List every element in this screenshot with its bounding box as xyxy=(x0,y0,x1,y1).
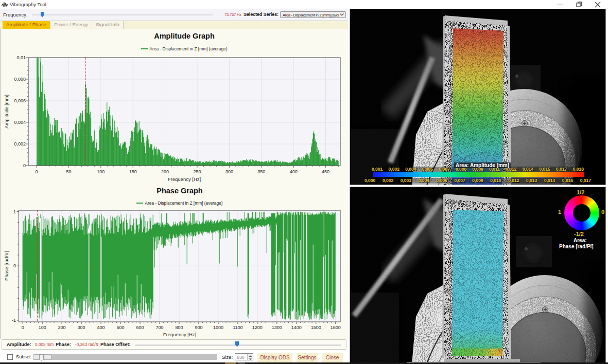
svg-text:250: 250 xyxy=(193,169,201,174)
svg-text:1: 1 xyxy=(13,209,16,214)
svg-text:700: 700 xyxy=(155,325,163,330)
svg-text:100: 100 xyxy=(97,169,105,174)
svg-text:0,002: 0,002 xyxy=(14,141,26,147)
svg-text:400: 400 xyxy=(290,169,298,174)
svg-text:1400: 1400 xyxy=(291,325,302,330)
svg-text:200: 200 xyxy=(161,169,169,174)
svg-text:300: 300 xyxy=(78,325,85,330)
svg-text:Frequency [Hz]: Frequency [Hz] xyxy=(168,176,201,182)
svg-text:0: 0 xyxy=(35,169,38,174)
svg-text:300: 300 xyxy=(225,169,233,174)
svg-text:350: 350 xyxy=(257,169,265,174)
svg-text:0,004: 0,004 xyxy=(14,120,26,125)
svg-text:1100: 1100 xyxy=(233,325,242,330)
svg-text:Frequency [Hz]: Frequency [Hz] xyxy=(163,332,196,337)
svg-text:0: 0 xyxy=(13,263,16,268)
svg-text:1000: 1000 xyxy=(213,325,223,330)
svg-text:50: 50 xyxy=(66,169,71,174)
svg-text:1200: 1200 xyxy=(252,325,263,330)
svg-text:0,008: 0,008 xyxy=(14,77,26,82)
svg-text:0: 0 xyxy=(22,325,24,330)
svg-text:100: 100 xyxy=(39,325,46,330)
svg-text:Phase [rad/π]: Phase [rad/π] xyxy=(4,251,9,281)
svg-text:0: 0 xyxy=(23,163,26,168)
svg-text:1300: 1300 xyxy=(272,325,282,330)
svg-text:Amplitude [mm]: Amplitude [mm] xyxy=(4,95,9,129)
svg-text:0,01: 0,01 xyxy=(16,55,26,60)
svg-text:1600: 1600 xyxy=(331,325,341,330)
svg-text:0,006: 0,006 xyxy=(14,98,26,103)
svg-text:800: 800 xyxy=(175,325,183,330)
svg-text:450: 450 xyxy=(322,169,329,174)
svg-text:-1: -1 xyxy=(12,318,16,323)
svg-text:600: 600 xyxy=(136,325,144,330)
svg-text:500: 500 xyxy=(116,325,124,330)
svg-text:200: 200 xyxy=(58,325,66,330)
svg-text:150: 150 xyxy=(129,169,137,174)
svg-text:1500: 1500 xyxy=(311,325,321,330)
svg-text:900: 900 xyxy=(195,325,202,330)
svg-text:400: 400 xyxy=(97,325,105,330)
